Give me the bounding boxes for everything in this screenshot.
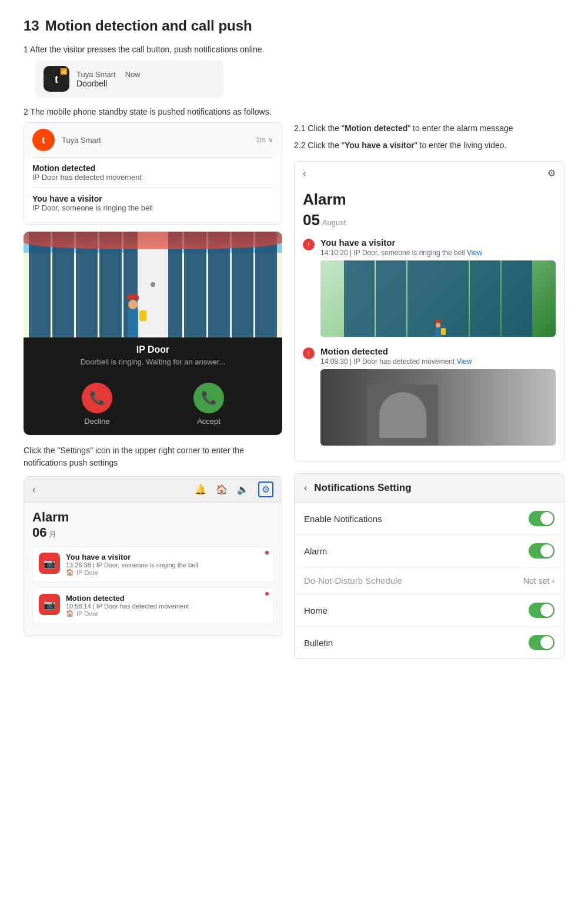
visitor-title: You have a visitor (32, 194, 273, 203)
alarm-toolbar: ‹ 🔔 🏠 🔈 ⚙ (24, 477, 282, 503)
home-icon[interactable]: 🏠 (216, 484, 228, 495)
alarm-toggle[interactable] (529, 543, 554, 558)
alarm-ui-small: ‹ 🔔 🏠 🔈 ⚙ Alarm 06 月 📷 (24, 476, 282, 636)
tuya-app-icon: t 📶 (44, 66, 69, 92)
page-title: 13 Motion detection and call push (24, 18, 564, 34)
speaker-icon[interactable]: 🔈 (237, 484, 249, 495)
notif-body-step1: Doorbell (76, 79, 215, 88)
app-name-step2: Tuya Smart (62, 136, 101, 145)
notif-setting-title: Notifications Setting (314, 482, 411, 494)
motion-alarm-view-right[interactable]: View (457, 357, 472, 366)
visitor-alarm-title-right: You have a visitor (320, 238, 556, 248)
visitor-alarm-item-left[interactable]: 📷 You have a visitor 13:26:38 | IP Door,… (32, 546, 273, 583)
alarm-title-right: Alarm (303, 190, 556, 209)
motion-detected-notif[interactable]: Motion detected IP Door has detected mov… (24, 158, 282, 188)
back-icon-notif[interactable]: ‹ (304, 483, 307, 493)
home-label: Home (304, 606, 328, 616)
main-layout: t Tuya Smart 1m ∨ Motion detected IP Doo… (24, 122, 564, 659)
instruction-2-2: 2.2 Click the "You have a visitor" to en… (294, 139, 564, 152)
motion-detected-title: Motion detected (32, 163, 273, 173)
visitor-notif[interactable]: You have a visitor IP Door, someone is r… (24, 188, 282, 224)
dnd-schedule-row[interactable]: Do-Not-Disturb Schedule Not set › (295, 567, 564, 594)
step1-text: 1 After the visitor presses the call but… (24, 45, 564, 54)
right-column: 2.1 Click the "Motion detected" to enter… (294, 122, 564, 659)
motion-alarm-icon: 📷 (39, 594, 60, 615)
alarm-row: Alarm (295, 535, 564, 567)
doorbell-name: IP Door (31, 345, 275, 355)
notif-time-step2: 1m (256, 136, 266, 144)
doorbell-call-ui: IP Door Doorbell is ringing. Waiting for… (24, 232, 282, 435)
home-toggle[interactable] (529, 603, 554, 618)
left-column: t Tuya Smart 1m ∨ Motion detected IP Doo… (24, 122, 282, 659)
notif-time-step1: Now (125, 70, 141, 79)
chevron-right-icon: › (552, 576, 554, 586)
app-name-step1: Tuya Smart (76, 70, 116, 79)
home-row: Home (295, 594, 564, 627)
motion-alarm-title-left: Motion detected (66, 594, 267, 603)
accept-label: Accept (197, 417, 220, 426)
visitor-body: IP Door, someone is ringing the bell (32, 203, 273, 212)
alarm-label: Alarm (304, 546, 327, 556)
notifications-setting-panel: ‹ Notifications Setting Enable Notificat… (294, 473, 564, 659)
alarm-date-right: 05 August (303, 211, 556, 229)
enable-notifications-row: Enable Notifications (295, 503, 564, 535)
dnd-schedule-label: Do-Not-Disturb Schedule (304, 576, 402, 586)
visitor-alarm-image-right (320, 260, 556, 337)
enable-notifications-label: Enable Notifications (304, 514, 382, 524)
step2-text: 2 The mobile phone standby state is push… (24, 107, 564, 116)
visitor-alarm-icon: 📷 (39, 553, 60, 574)
enable-notifications-toggle[interactable] (529, 511, 554, 526)
motion-detected-body: IP Door has detected movement (32, 173, 273, 182)
accept-button[interactable]: 📞 Accept (193, 383, 224, 426)
doorbell-status: Doorbell is ringing. Waiting for an answ… (31, 357, 275, 366)
motion-alarm-item-right[interactable]: ! Motion detected 14:08:30 | IP Door has… (303, 346, 556, 446)
instruction-2-1: 2.1 Click the "Motion detected" to enter… (294, 122, 564, 135)
settings-icon[interactable]: ⚙ (258, 481, 273, 497)
visitor-alarm-time-left: 13:26:38 | IP Door, someone is ringing t… (66, 561, 267, 568)
instruction-text: Click the "Settings" icon in the upper r… (24, 444, 282, 469)
motion-alarm-item-left[interactable]: 📷 Motion detected 10:58:14 | IP Door has… (32, 587, 273, 624)
visitor-alarm-source-left: IP Door (76, 569, 98, 576)
right-instructions: 2.1 Click the "Motion detected" to enter… (294, 122, 564, 152)
motion-alarm-source-left: IP Door (76, 610, 98, 617)
doorbell-camera-feed (24, 232, 282, 337)
visitor-alarm-item-right[interactable]: ! You have a visitor 14:10:20 | IP Door,… (303, 238, 556, 337)
decline-button[interactable]: 📞 Decline (82, 383, 112, 426)
motion-alarm-title-right: Motion detected (320, 346, 556, 356)
bell-icon[interactable]: 🔔 (195, 484, 206, 495)
back-icon-right[interactable]: ‹ (303, 168, 306, 179)
tuya-logo: t (32, 129, 55, 151)
bulletin-row: Bulletin (295, 627, 564, 658)
settings-gear-icon[interactable]: ⚙ (547, 168, 556, 179)
visitor-alarm-view-right[interactable]: View (467, 249, 482, 257)
bulletin-label: Bulletin (304, 638, 333, 648)
push-notification-card: t Tuya Smart 1m ∨ Motion detected IP Doo… (24, 122, 282, 225)
alarm-title-left: Alarm (32, 510, 273, 525)
bulletin-toggle[interactable] (529, 635, 554, 650)
alarm-date-left: 06 月 (32, 525, 273, 540)
visitor-alarm-time-right: 14:10:20 | IP Door, someone is ringing t… (320, 249, 465, 257)
visitor-alarm-title-left: You have a visitor (66, 553, 267, 561)
chevron-down-icon: ∨ (268, 136, 273, 144)
motion-alarm-image-right (320, 369, 556, 446)
motion-alarm-time-right: 14:08:30 | IP Door has detected movement (320, 357, 455, 366)
alarm-ui-right: ‹ ⚙ Alarm 05 August ! You have a visitor… (294, 161, 564, 461)
dnd-schedule-value: Not set (523, 576, 549, 586)
motion-alarm-time-left: 10:58:14 | IP Door has detected movement (66, 603, 267, 610)
step1-notification: t 📶 Tuya Smart Now Doorbell (35, 60, 223, 98)
back-icon[interactable]: ‹ (32, 484, 35, 495)
decline-label: Decline (84, 417, 109, 426)
